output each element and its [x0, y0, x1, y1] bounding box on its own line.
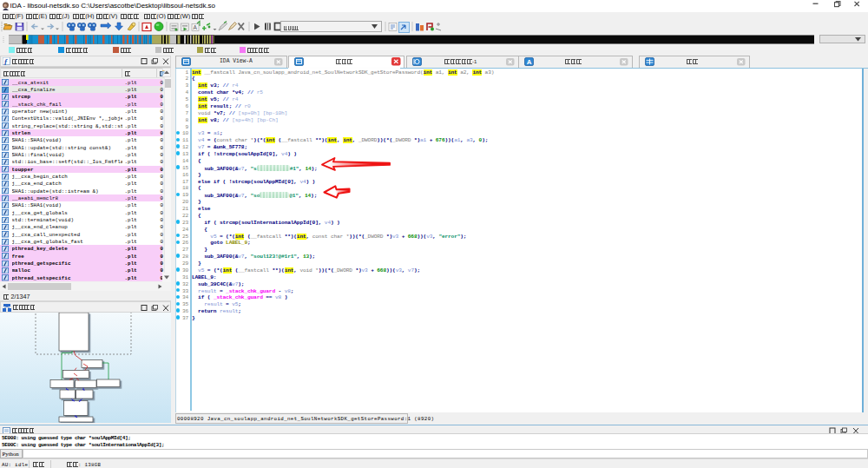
svg-text:A: A: [527, 58, 532, 66]
svg-text:A: A: [194, 24, 198, 30]
